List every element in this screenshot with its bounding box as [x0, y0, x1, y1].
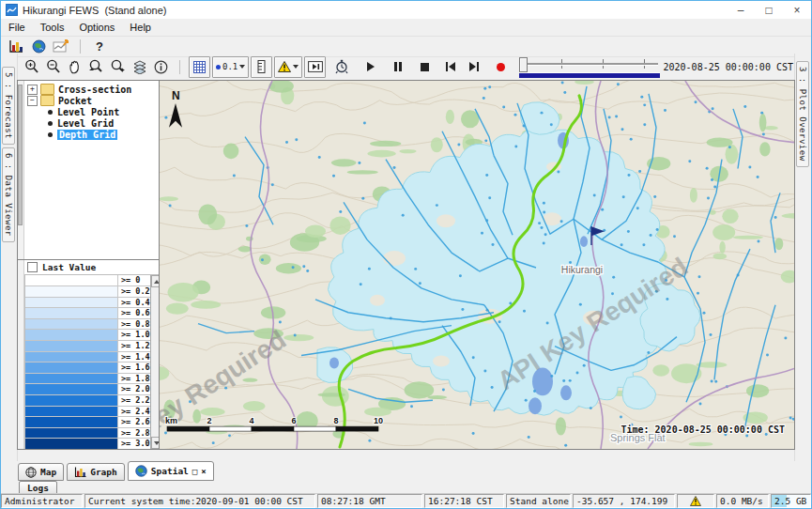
class-break-dropdown[interactable]: 0.1: [212, 56, 249, 78]
map-time-overlay: Time: 2020-08-25 00:00:00 CST: [620, 424, 785, 435]
animation-settings-button[interactable]: [331, 57, 351, 77]
legend-row[interactable]: >= 2.8: [25, 428, 150, 440]
status-bar: Administrator Current system time:2020-0…: [1, 493, 811, 508]
menu-tools[interactable]: Tools: [33, 22, 72, 33]
legend-row[interactable]: >= 2.4: [25, 407, 150, 418]
legend-row[interactable]: >= 1.2: [25, 341, 150, 352]
legend-table: >= 0>= 0.2>= 0.4>= 0.6>= 0.8>= 1.0>= 1.2…: [24, 275, 159, 449]
tree-node-level-grid[interactable]: Level Grid: [27, 117, 159, 129]
expand-icon[interactable]: +: [27, 85, 38, 95]
legend-row[interactable]: >= 0.4: [25, 298, 150, 309]
chart-export-icon: [53, 39, 69, 54]
layer-bullet-icon: [48, 132, 53, 137]
map-canvas[interactable]: API Key Required API Key Required Hikura…: [160, 81, 794, 449]
menu-options[interactable]: Options: [71, 22, 122, 33]
tree-node-depth-grid[interactable]: Depth Grid: [27, 129, 159, 140]
title-bar[interactable]: Hikurangi FEWS (Stand alone) – □ ×: [1, 1, 811, 19]
scroll-down-icon[interactable]: [151, 437, 159, 449]
globe-icon: [32, 39, 46, 54]
scale-tick-label: 2: [207, 416, 211, 425]
info-button[interactable]: [151, 57, 171, 77]
minimize-button[interactable]: –: [727, 1, 755, 19]
stop-icon: [421, 63, 429, 71]
record-button[interactable]: [491, 57, 511, 77]
legend-row[interactable]: >= 2.2: [25, 395, 150, 407]
bottom-tab-bar: Map Graph Spatial □ ×: [18, 461, 214, 481]
legend-row[interactable]: >= 3.0: [25, 439, 150, 449]
menu-help[interactable]: Help: [122, 22, 159, 33]
close-button[interactable]: ×: [783, 1, 811, 19]
scale-bar-button[interactable]: [251, 56, 272, 78]
zoom-next-button[interactable]: [108, 57, 128, 77]
legend-scrollbar[interactable]: [150, 275, 159, 449]
status-gmt-time: 08:27:18 GMT: [317, 494, 422, 508]
movie-player-button[interactable]: [304, 56, 326, 78]
menu-file[interactable]: File: [1, 22, 33, 33]
status-local-time: 16:27:18 CST: [424, 494, 504, 508]
legend-row-label: >= 2.6: [118, 417, 150, 427]
legend-row[interactable]: >= 1.6: [25, 362, 150, 374]
zoom-previous-button[interactable]: [86, 57, 106, 77]
legend-row[interactable]: >= 1.0: [25, 330, 150, 341]
record-icon: [497, 63, 505, 71]
zoom-out-button[interactable]: [43, 57, 63, 77]
tree-node-level-point[interactable]: Level Point: [27, 106, 159, 117]
zoom-out-icon: [46, 59, 61, 74]
window-title: Hikurangi FEWS (Stand alone): [23, 5, 166, 16]
legend-row[interactable]: >= 0: [25, 275, 150, 286]
tree-node-pocket[interactable]: − Pocket: [27, 95, 159, 106]
tab-close-icon[interactable]: ×: [201, 467, 206, 476]
legend-row[interactable]: >= 0.2: [25, 286, 150, 298]
time-slider[interactable]: [519, 55, 659, 78]
step-forward-button[interactable]: [464, 57, 483, 77]
threshold-warning-dropdown[interactable]: [274, 56, 302, 78]
movie-play-icon: [308, 61, 323, 72]
step-back-icon: [446, 62, 455, 71]
tab-data-viewer[interactable]: 6 : Data Viewer: [2, 147, 15, 242]
layers-button[interactable]: [130, 57, 149, 77]
legend-row[interactable]: >= 2.0: [25, 384, 150, 395]
legend-row[interactable]: >= 0.6: [25, 308, 150, 319]
zoom-in-button[interactable]: [22, 57, 41, 77]
tab-spatial-active[interactable]: Spatial □ ×: [128, 461, 214, 481]
time-slider-thumb[interactable]: [519, 57, 528, 72]
status-mode: Stand alone: [506, 494, 571, 508]
tab-maximize-icon[interactable]: □: [192, 467, 197, 476]
tab-plot-overview[interactable]: 3 : Plot Overview: [796, 61, 809, 167]
last-value-checkbox[interactable]: [27, 262, 38, 272]
tab-map[interactable]: Map: [18, 463, 64, 481]
tab-graph-label: Graph: [90, 467, 117, 477]
step-back-button[interactable]: [440, 57, 460, 77]
legend-row[interactable]: >= 1.8: [25, 374, 150, 385]
legend-color-swatch: [25, 362, 118, 373]
maximize-button[interactable]: □: [755, 1, 783, 19]
legend-row-label: >= 1.4: [118, 352, 150, 362]
layer-tree: + Cross-section − Pocket Level Point Lev…: [18, 81, 159, 260]
legend-row[interactable]: >= 2.6: [25, 417, 150, 428]
legend-row[interactable]: >= 0.8: [25, 319, 150, 331]
legend-color-swatch: [25, 298, 118, 308]
scroll-up-icon[interactable]: [151, 275, 159, 287]
play-button[interactable]: [360, 57, 380, 77]
legend-color-swatch: [25, 341, 118, 351]
map-panel[interactable]: API Key Required API Key Required Hikura…: [160, 80, 795, 450]
status-warning-cell[interactable]: [677, 494, 714, 508]
collapse-icon[interactable]: −: [27, 96, 38, 106]
left-tab-strip: 5 : Forecast 6 : Data Viewer: [1, 54, 18, 461]
class-break-value: 0.1: [222, 62, 237, 71]
tree-node-cross-section[interactable]: + Cross-section: [27, 84, 159, 95]
wireframe-globe-icon: [25, 467, 37, 478]
class-break-dot-icon: [216, 65, 221, 69]
tab-graph[interactable]: Graph: [67, 463, 125, 481]
status-system-time: Current system time:2020-09-01 00:00 CST: [84, 494, 315, 508]
pan-button[interactable]: [65, 57, 84, 77]
layers-icon: [132, 60, 147, 74]
ruler-icon: [257, 60, 267, 73]
grid-display-button[interactable]: [189, 56, 210, 78]
grid-icon: [193, 61, 206, 73]
tab-forecast[interactable]: 5 : Forecast: [2, 67, 15, 145]
time-slider-track: [521, 63, 657, 65]
legend-row[interactable]: >= 1.4: [25, 352, 150, 363]
stop-button[interactable]: [415, 57, 435, 77]
pause-button[interactable]: [388, 57, 407, 77]
